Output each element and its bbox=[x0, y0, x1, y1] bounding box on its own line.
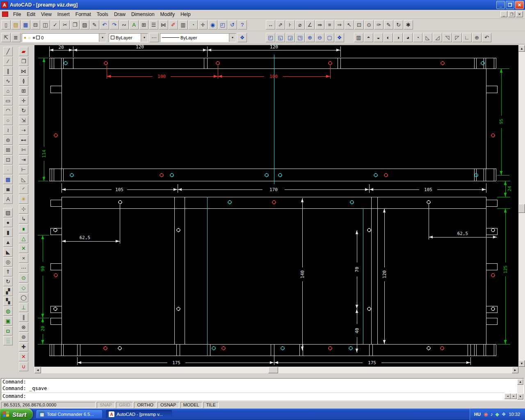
region-icon[interactable]: ◙ bbox=[3, 185, 13, 194]
tile-toggle[interactable]: TILE bbox=[203, 402, 219, 408]
make-block-icon[interactable]: ⊡ bbox=[3, 155, 13, 164]
snap-quadrant-icon[interactable]: ◇ bbox=[19, 283, 28, 292]
update-icon[interactable]: ❖ bbox=[502, 412, 506, 417]
close-button[interactable]: ✕ bbox=[515, 1, 524, 9]
center-mark-icon[interactable]: ⊙ bbox=[364, 20, 374, 30]
color-dropdown-arrow[interactable]: ▼ bbox=[141, 34, 148, 42]
layer-freeze-icon[interactable]: ☼ bbox=[27, 36, 31, 40]
fillet-icon[interactable]: ◜ bbox=[19, 185, 28, 194]
extend-icon[interactable]: ⇥ bbox=[19, 155, 28, 164]
linear-dimension-icon[interactable]: ↔ bbox=[266, 20, 275, 30]
layer-combo[interactable]: ● ☼ ■ 0 ▼ bbox=[22, 33, 106, 42]
undo-icon[interactable]: ↶ bbox=[100, 20, 109, 30]
layer-lock-icon[interactable]: ■ bbox=[32, 36, 35, 40]
explode-icon[interactable]: ✳ bbox=[19, 194, 28, 204]
menu-edit[interactable]: Edit bbox=[24, 10, 38, 18]
mirror-icon[interactable]: ⋈ bbox=[19, 66, 28, 76]
wedge-icon[interactable]: ◣ bbox=[3, 247, 13, 257]
taskbar-item-total-commander[interactable]: ▤ Total Commander 6.5... bbox=[36, 410, 103, 419]
array-icon[interactable]: ⊞ bbox=[19, 86, 28, 96]
cut-icon[interactable]: ✂ bbox=[60, 20, 70, 30]
multiline-icon[interactable]: ∥ bbox=[3, 66, 13, 76]
ucs-previous-icon[interactable]: ↶ bbox=[482, 33, 491, 42]
snap-node-icon[interactable]: ⊚ bbox=[19, 332, 28, 342]
spline-icon[interactable]: ≀ bbox=[3, 126, 13, 135]
restore-button[interactable]: ❐ bbox=[506, 1, 514, 9]
line-icon[interactable]: ╱ bbox=[3, 47, 13, 56]
3d-orbit-icon[interactable]: ◔ bbox=[188, 20, 198, 30]
make-object-layer-current-icon[interactable]: ⇱ bbox=[1, 33, 11, 42]
se-isometric-view-icon[interactable]: ◿ bbox=[433, 33, 442, 42]
horizontal-scrollbar[interactable]: ◄ ► bbox=[34, 367, 518, 373]
drawing-canvas[interactable]: 20 120 120 100 100 105 170 105 175 175 6… bbox=[34, 45, 518, 367]
layers-icon[interactable]: ≣ bbox=[11, 33, 21, 42]
stretch-icon[interactable]: ⇢ bbox=[19, 126, 28, 135]
zoom-scale-icon[interactable]: ◲ bbox=[285, 33, 295, 42]
tolerance-icon[interactable]: ⊡ bbox=[354, 20, 364, 30]
zoom-out-icon[interactable]: ⊖ bbox=[315, 33, 324, 42]
redo-icon[interactable]: ↷ bbox=[110, 20, 119, 30]
menu-help[interactable]: Help bbox=[178, 10, 194, 18]
named-views-icon[interactable]: ▥ bbox=[354, 33, 363, 42]
scroll-down-button[interactable]: ▼ bbox=[518, 360, 525, 367]
antivirus-icon[interactable]: ◉ bbox=[484, 412, 488, 417]
dimension-update-icon[interactable]: ↻ bbox=[394, 20, 403, 30]
sw-isometric-view-icon[interactable]: ◺ bbox=[423, 33, 432, 42]
snap-toggle[interactable]: SNAP bbox=[97, 402, 115, 408]
zoom-realtime-icon[interactable]: ◉ bbox=[208, 20, 217, 30]
menu-tools[interactable]: Tools bbox=[94, 10, 111, 18]
scene-icon[interactable]: ▣ bbox=[3, 316, 13, 326]
command-scrollbar[interactable]: ▲ ▼ bbox=[517, 379, 523, 399]
zoom-previous-icon[interactable]: ↺ bbox=[228, 20, 237, 30]
multiline-text-icon[interactable]: A bbox=[3, 194, 13, 204]
snap-center-icon[interactable]: ⊙ bbox=[19, 273, 28, 283]
dimension-edit-icon[interactable]: ✑ bbox=[374, 20, 383, 30]
continue-dimension-icon[interactable]: ⇒ bbox=[335, 20, 344, 30]
volume-icon[interactable]: ♪ bbox=[490, 412, 493, 417]
doc-close-button[interactable]: ✕ bbox=[516, 11, 523, 17]
layer-dropdown-arrow[interactable]: ▼ bbox=[99, 34, 106, 42]
spelling-icon[interactable]: ✓ bbox=[50, 20, 60, 30]
bottom-view-icon[interactable]: ◒ bbox=[374, 33, 383, 42]
network-icon[interactable]: ◆ bbox=[495, 412, 499, 417]
break-icon[interactable]: ⊢ bbox=[19, 165, 28, 174]
materials-icon[interactable]: ◘ bbox=[3, 326, 13, 336]
command-scroll-down-button[interactable]: ▼ bbox=[517, 394, 523, 399]
designcenter-icon[interactable]: ⊞ bbox=[139, 20, 148, 30]
snap-midpoint-icon[interactable]: △ bbox=[19, 234, 28, 243]
box-icon[interactable]: ▧ bbox=[3, 208, 13, 217]
named-views-icon[interactable]: ▥ bbox=[178, 20, 188, 30]
menu-file[interactable]: File bbox=[10, 10, 24, 18]
ucs-icon[interactable]: ∟ bbox=[462, 33, 472, 42]
minimize-button[interactable]: _ bbox=[496, 1, 505, 9]
ucs-world-icon[interactable]: ⊕ bbox=[472, 33, 482, 42]
arc-icon[interactable]: ◠ bbox=[3, 106, 13, 115]
background-icon[interactable]: ░ bbox=[3, 336, 13, 345]
print-icon[interactable]: ⊟ bbox=[31, 20, 40, 30]
aligned-dimension-icon[interactable]: ⇗ bbox=[276, 20, 285, 30]
radius-dimension-icon[interactable]: ⌀ bbox=[295, 20, 305, 30]
start-button[interactable]: Start bbox=[0, 409, 33, 420]
rotate-icon[interactable]: ↻ bbox=[19, 106, 28, 115]
zoom-center-icon[interactable]: ◳ bbox=[295, 33, 305, 42]
circle-icon[interactable]: ○ bbox=[3, 116, 13, 125]
command-scroll-right-button[interactable]: ► bbox=[511, 393, 517, 399]
angular-dimension-icon[interactable]: ∠ bbox=[305, 20, 315, 30]
scroll-right-button[interactable]: ► bbox=[512, 367, 518, 373]
ne-isometric-view-icon[interactable]: ◹ bbox=[443, 33, 452, 42]
copy-icon[interactable]: ❐ bbox=[70, 20, 80, 30]
snap-parallel-icon[interactable]: ∥ bbox=[19, 313, 28, 322]
open-icon[interactable]: ▤ bbox=[11, 20, 21, 30]
taskbar-item-autocad[interactable]: A AutoCAD - [preamp v... bbox=[106, 410, 172, 419]
command-scroll-up-button[interactable]: ▲ bbox=[517, 379, 523, 385]
properties-window-icon[interactable]: ☰ bbox=[149, 20, 158, 30]
linetype-icon[interactable]: ⋯ bbox=[149, 33, 159, 42]
menu-format[interactable]: Format bbox=[73, 10, 94, 18]
chamfer-icon[interactable]: ◺ bbox=[19, 175, 28, 184]
point-icon[interactable]: · bbox=[3, 165, 13, 174]
snap-intersection-icon[interactable]: ✕ bbox=[19, 244, 28, 253]
lengthen-icon[interactable]: ⊷ bbox=[19, 135, 28, 145]
ellipse-icon[interactable]: ⊜ bbox=[3, 135, 13, 145]
color-combo[interactable]: ByLayer ▼ bbox=[109, 33, 148, 42]
dbconnect-icon[interactable]: ⋈ bbox=[159, 20, 168, 30]
